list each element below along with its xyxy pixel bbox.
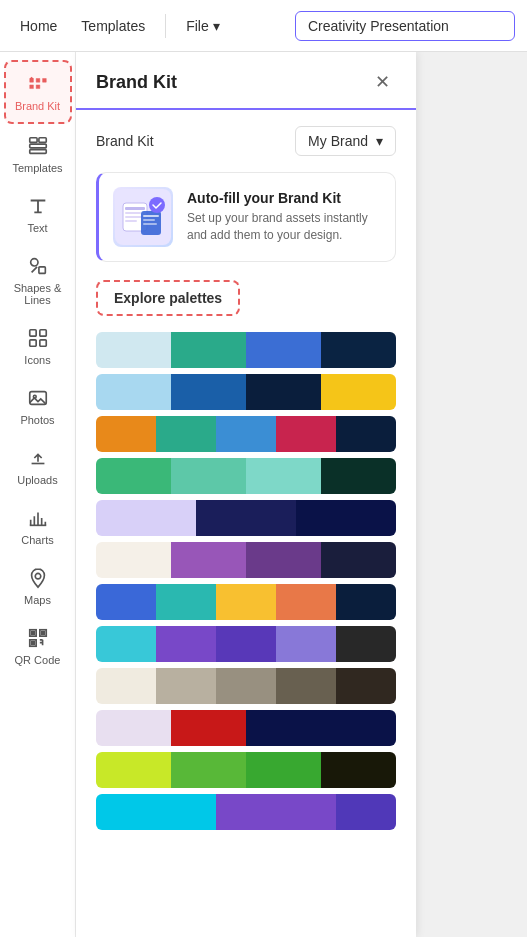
- shapes-lines-icon: [26, 254, 50, 278]
- palette-swatch: [216, 626, 276, 662]
- svg-rect-27: [143, 219, 155, 221]
- palette-swatch: [336, 584, 396, 620]
- sidebar-item-label: Maps: [24, 594, 51, 606]
- svg-rect-1: [38, 138, 45, 143]
- palette-row-8[interactable]: [96, 668, 396, 704]
- palette-row-2[interactable]: [96, 416, 396, 452]
- svg-rect-9: [39, 340, 45, 346]
- palette-row-9[interactable]: [96, 710, 396, 746]
- palette-row-4[interactable]: [96, 500, 396, 536]
- palette-swatch: [276, 416, 336, 452]
- palette-swatch: [156, 416, 216, 452]
- palette-swatch: [216, 584, 276, 620]
- svg-rect-2: [29, 144, 46, 148]
- palette-swatch: [96, 710, 171, 746]
- sidebar-item-text[interactable]: Text: [4, 184, 72, 244]
- palette-swatch: [321, 710, 396, 746]
- brand-kit-field-label: Brand Kit: [96, 133, 154, 149]
- svg-rect-3: [29, 150, 46, 154]
- text-icon: [26, 194, 50, 218]
- templates-nav-link[interactable]: Templates: [73, 12, 153, 40]
- palette-swatch: [96, 542, 171, 578]
- palette-row-last[interactable]: [96, 794, 396, 830]
- sidebar-item-icons[interactable]: Icons: [4, 316, 72, 376]
- templates-icon: [26, 134, 50, 158]
- palette-swatch: [96, 668, 156, 704]
- presentation-title-input[interactable]: [295, 11, 515, 41]
- palette-swatch: [321, 332, 396, 368]
- palette-row-10[interactable]: [96, 752, 396, 788]
- sidebar-item-label: QR Code: [15, 654, 61, 666]
- palette-swatch: [246, 458, 321, 494]
- svg-rect-22: [125, 212, 141, 214]
- svg-rect-28: [143, 223, 157, 225]
- svg-point-4: [30, 259, 37, 266]
- palette-swatch: [96, 332, 171, 368]
- uploads-icon: [26, 446, 50, 470]
- svg-rect-16: [31, 632, 34, 635]
- svg-rect-5: [38, 267, 44, 273]
- file-chevron-icon: ▾: [213, 18, 220, 34]
- sidebar-item-label: Text: [27, 222, 47, 234]
- file-label: File: [186, 18, 209, 34]
- sidebar-item-label: Icons: [24, 354, 50, 366]
- brand-kit-selected-value: My Brand: [308, 133, 368, 149]
- palette-row-0[interactable]: [96, 332, 396, 368]
- brand-kit-dropdown[interactable]: My Brand ▾: [295, 126, 396, 156]
- palette-swatch: [171, 710, 246, 746]
- palette-swatch: [246, 374, 321, 410]
- palette-swatch: [171, 458, 246, 494]
- sidebar-item-charts[interactable]: Charts: [4, 496, 72, 556]
- palette-swatch: [246, 752, 321, 788]
- sidebar-item-maps[interactable]: Maps: [4, 556, 72, 616]
- home-nav-link[interactable]: Home: [12, 12, 65, 40]
- palette-swatch: [336, 794, 396, 830]
- palette-swatch: [276, 626, 336, 662]
- charts-icon: [26, 506, 50, 530]
- sidebar-item-label: Photos: [20, 414, 54, 426]
- close-panel-button[interactable]: ✕: [368, 68, 396, 96]
- palette-swatch: [296, 500, 396, 536]
- palette-swatch: [336, 416, 396, 452]
- sidebar-item-brand-kit[interactable]: Brand Kit: [4, 60, 72, 124]
- palette-swatch: [96, 500, 196, 536]
- palette-row-6[interactable]: [96, 584, 396, 620]
- svg-rect-8: [29, 340, 35, 346]
- top-navigation: Home Templates File ▾: [0, 0, 527, 52]
- palette-row-7[interactable]: [96, 626, 396, 662]
- sidebar-item-shapes-lines[interactable]: Shapes & Lines: [4, 244, 72, 316]
- svg-rect-21: [125, 207, 145, 210]
- svg-rect-6: [29, 330, 35, 336]
- palette-swatch: [246, 710, 321, 746]
- palette-swatch: [171, 752, 246, 788]
- palette-swatch: [336, 626, 396, 662]
- palette-swatch: [96, 752, 171, 788]
- palette-swatch: [276, 584, 336, 620]
- palette-swatch: [216, 794, 336, 830]
- svg-rect-7: [39, 330, 45, 336]
- brand-kit-chevron-icon: ▾: [376, 133, 383, 149]
- svg-rect-26: [143, 215, 159, 217]
- explore-palettes-button[interactable]: Explore palettes: [96, 280, 240, 316]
- sidebar-item-uploads[interactable]: Uploads: [4, 436, 72, 496]
- svg-rect-0: [29, 138, 36, 143]
- palette-swatch: [96, 794, 216, 830]
- palette-swatch: [321, 542, 396, 578]
- palette-row-1[interactable]: [96, 374, 396, 410]
- palette-row-3[interactable]: [96, 458, 396, 494]
- sidebar-item-photos[interactable]: Photos: [4, 376, 72, 436]
- palette-swatch: [96, 374, 171, 410]
- palette-swatch: [96, 458, 171, 494]
- file-menu-button[interactable]: File ▾: [178, 12, 228, 40]
- sidebar-item-templates[interactable]: Templates: [4, 124, 72, 184]
- autofill-card[interactable]: Auto-fill your Brand Kit Set up your bra…: [96, 172, 396, 262]
- sidebar-item-label: Shapes & Lines: [8, 282, 68, 306]
- autofill-description: Set up your brand assets instantly and a…: [187, 210, 381, 244]
- sidebar-item-label: Brand Kit: [15, 100, 60, 112]
- palette-swatch: [216, 416, 276, 452]
- palette-row-5[interactable]: [96, 542, 396, 578]
- sidebar: Brand Kit Templates Text: [0, 52, 76, 937]
- palette-swatch: [96, 416, 156, 452]
- svg-rect-24: [125, 220, 137, 222]
- sidebar-item-qr-code[interactable]: QR Code: [4, 616, 72, 676]
